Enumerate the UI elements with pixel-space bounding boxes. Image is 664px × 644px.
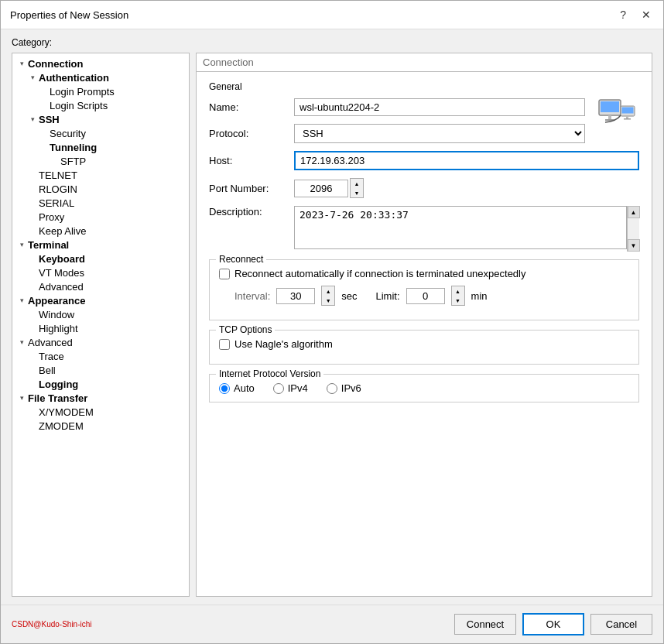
- port-spinner: ▲ ▼: [350, 178, 364, 198]
- ok-button[interactable]: OK: [522, 613, 584, 635]
- tree-expander: [37, 99, 50, 111]
- protocol-select-wrapper: SSH TELNET RLOGIN SERIAL: [294, 124, 585, 143]
- port-label: Port Number:: [209, 183, 294, 194]
- tree-expander[interactable]: ▾: [15, 238, 28, 251]
- sidebar-item-security[interactable]: Security: [12, 126, 189, 140]
- sidebar-item-logging[interactable]: Logging: [12, 377, 189, 391]
- sidebar-item-tunneling[interactable]: Tunneling: [12, 140, 189, 154]
- sidebar-item-label: TELNET: [39, 170, 77, 181]
- host-label: Host:: [209, 155, 294, 166]
- ip-ipv6-radio[interactable]: [327, 383, 337, 394]
- tree-expander[interactable]: ▾: [26, 113, 39, 125]
- sidebar-item-login-scripts[interactable]: Login Scripts: [12, 98, 189, 112]
- sidebar-item-label: Logging: [39, 379, 78, 390]
- ip-auto-item: Auto: [219, 382, 255, 394]
- sidebar-item-login-prompts[interactable]: Login Prompts: [12, 84, 189, 98]
- limit-decrement-button[interactable]: ▼: [452, 296, 464, 305]
- sidebar-item-label: Connection: [28, 58, 84, 70]
- reconnect-checkbox-label[interactable]: Reconnect automatically if connection is…: [234, 268, 526, 279]
- title-bar-controls: ? ✕: [617, 7, 654, 22]
- sidebar-item-proxy[interactable]: Proxy: [12, 210, 189, 224]
- ip-auto-radio[interactable]: [219, 383, 230, 394]
- help-button[interactable]: ?: [617, 7, 629, 22]
- sidebar-tree: ▾Connection▾AuthenticationLogin PromptsL…: [12, 53, 190, 597]
- interval-input[interactable]: [276, 288, 315, 304]
- sidebar-item-connection[interactable]: ▾Connection: [12, 57, 189, 70]
- sidebar-item-label: Proxy: [39, 211, 64, 223]
- nagle-checkbox[interactable]: [219, 339, 230, 350]
- host-input[interactable]: [294, 151, 639, 170]
- sidebar-item-sftp[interactable]: SFTP: [12, 154, 189, 168]
- sidebar-item-ssh[interactable]: ▾SSH: [12, 112, 189, 126]
- protocol-row: Protocol: SSH TELNET RLOGIN SERIAL: [209, 124, 585, 143]
- svg-rect-2: [608, 115, 611, 119]
- scroll-up-arrow[interactable]: ▲: [628, 206, 640, 218]
- tree-expander: [26, 406, 39, 418]
- sidebar-item-rlogin[interactable]: RLOGIN: [12, 182, 189, 196]
- ip-auto-label[interactable]: Auto: [234, 382, 255, 394]
- svg-rect-6: [626, 116, 628, 118]
- sidebar-item-keyboard[interactable]: Keyboard: [12, 252, 189, 265]
- protocol-select[interactable]: SSH TELNET RLOGIN SERIAL: [294, 124, 585, 143]
- port-input[interactable]: [294, 180, 348, 197]
- ip-ipv4-label[interactable]: IPv4: [288, 382, 308, 394]
- ip-ipv6-label[interactable]: IPv6: [341, 382, 361, 394]
- name-row: Name:: [209, 98, 585, 116]
- limit-input[interactable]: [406, 288, 445, 304]
- protocol-label: Protocol:: [209, 128, 294, 139]
- sidebar-item-label: Terminal: [28, 239, 69, 251]
- tree-expander: [26, 197, 39, 209]
- interval-increment-button[interactable]: ▲: [322, 286, 334, 296]
- host-field-wrapper: [294, 151, 639, 170]
- sidebar-item-telnet[interactable]: TELNET: [12, 168, 189, 182]
- sidebar-item-xymodem[interactable]: X/YMODEM: [12, 405, 189, 419]
- nagle-label[interactable]: Use Nagle's algorithm: [234, 338, 333, 350]
- sidebar-item-zmodem[interactable]: ZMODEM: [12, 419, 189, 433]
- sidebar-item-authentication[interactable]: ▾Authentication: [12, 70, 189, 84]
- sidebar-item-advanced[interactable]: Advanced: [12, 279, 189, 293]
- general-section-label: General: [209, 81, 639, 92]
- sidebar-item-label: Authentication: [39, 72, 109, 84]
- reconnect-checkbox[interactable]: [219, 269, 230, 279]
- panel-body: General Name: Protocol:: [196, 71, 652, 597]
- sidebar-item-advanced2[interactable]: ▾Advanced: [12, 335, 189, 349]
- scroll-down-arrow[interactable]: ▼: [628, 239, 640, 252]
- connect-button[interactable]: Connect: [454, 614, 516, 635]
- tree-expander: [26, 252, 39, 265]
- sidebar-item-keep-alive[interactable]: Keep Alive: [12, 224, 189, 238]
- tree-expander: [26, 169, 39, 181]
- description-textarea[interactable]: 2023-7-26 20:33:37: [294, 206, 627, 249]
- port-increment-button[interactable]: ▲: [351, 179, 363, 188]
- sidebar-item-terminal[interactable]: ▾Terminal: [12, 238, 189, 252]
- limit-increment-button[interactable]: ▲: [452, 286, 464, 296]
- name-field-wrapper: [294, 98, 585, 116]
- port-decrement-button[interactable]: ▼: [351, 188, 363, 197]
- sidebar-item-window[interactable]: Window: [12, 307, 189, 321]
- sidebar-item-file-transfer[interactable]: ▾File Transfer: [12, 391, 189, 405]
- cancel-button[interactable]: Cancel: [590, 614, 652, 635]
- tree-expander: [26, 322, 39, 334]
- sidebar-item-highlight[interactable]: Highlight: [12, 321, 189, 335]
- interval-decrement-button[interactable]: ▼: [322, 296, 334, 305]
- close-button[interactable]: ✕: [638, 7, 654, 22]
- category-label: Category:: [12, 37, 652, 48]
- tree-expander: [48, 155, 60, 167]
- sidebar-item-appearance[interactable]: ▾Appearance: [12, 293, 189, 307]
- sidebar-item-vt-modes[interactable]: VT Modes: [12, 265, 189, 279]
- tree-expander[interactable]: ▾: [15, 392, 28, 404]
- tree-expander[interactable]: ▾: [15, 336, 28, 348]
- tree-expander[interactable]: ▾: [26, 71, 39, 84]
- description-label: Description:: [209, 206, 294, 218]
- tree-expander[interactable]: ▾: [15, 57, 28, 70]
- sidebar-item-label: SFTP: [60, 156, 86, 167]
- tree-expander[interactable]: ▾: [15, 294, 28, 307]
- sidebar-item-label: Appearance: [28, 295, 85, 307]
- interval-label: Interval:: [234, 290, 270, 302]
- port-row: Port Number: ▲ ▼: [209, 178, 639, 198]
- sidebar-item-serial[interactable]: SERIAL: [12, 196, 189, 210]
- sidebar-item-bell[interactable]: Bell: [12, 363, 189, 377]
- sidebar-item-trace[interactable]: Trace: [12, 349, 189, 363]
- ip-ipv4-radio[interactable]: [273, 383, 284, 394]
- tree-expander: [37, 141, 50, 153]
- name-input[interactable]: [294, 98, 585, 116]
